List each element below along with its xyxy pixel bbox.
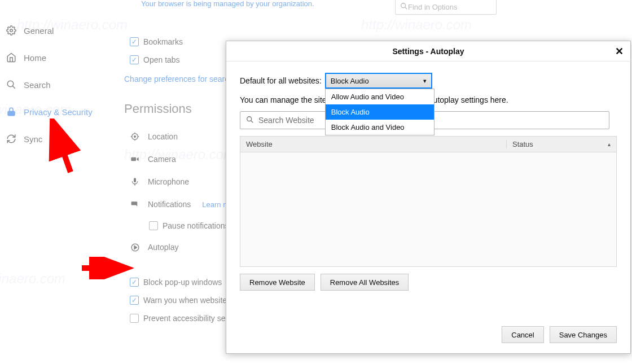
notifications-icon: [130, 199, 140, 209]
watermark: http://winaero.com: [0, 271, 65, 287]
cancel-button[interactable]: Cancel: [502, 326, 543, 343]
checkbox-unchecked-icon[interactable]: ✓: [149, 221, 158, 230]
find-in-options-input[interactable]: Find in Options: [395, 0, 497, 15]
home-icon: [6, 52, 17, 63]
gear-icon: [6, 25, 17, 36]
select-value: Block Audio: [331, 77, 369, 85]
checkbox-checked-icon[interactable]: ✓: [130, 37, 139, 46]
svg-rect-5: [8, 111, 15, 116]
autoplay-label: Autoplay: [148, 243, 178, 252]
bookmarks-label: Bookmarks: [143, 37, 183, 46]
autoplay-settings-modal: Settings - Autoplay ✕ Default for all we…: [226, 41, 631, 354]
dropdown-item-block-av[interactable]: Block Audio and Video: [326, 120, 434, 135]
sidebar-item-label: Sync: [24, 134, 42, 144]
svg-point-3: [7, 81, 14, 87]
svg-point-7: [134, 136, 136, 138]
sidebar: General Home Search Privacy & Security S…: [0, 17, 113, 152]
camera-label: Camera: [148, 155, 176, 164]
remove-website-button[interactable]: Remove Website: [240, 274, 315, 291]
save-changes-button[interactable]: Save Changes: [550, 326, 617, 343]
checkbox-checked-icon[interactable]: ✓: [130, 278, 139, 287]
managed-message: Your browser is being managed by your or…: [141, 0, 314, 8]
search-placeholder: Search Website: [258, 116, 314, 125]
th-status-label: Status: [512, 140, 533, 148]
manage-sites-text: You can manage the sites: [240, 95, 331, 104]
lock-icon: [6, 106, 17, 117]
svg-point-18: [247, 116, 252, 121]
th-status[interactable]: Status ▴: [506, 140, 616, 148]
search-icon: [400, 2, 408, 12]
modal-title: Settings - Autoplay: [392, 47, 464, 56]
open-tabs-label: Open tabs: [143, 55, 180, 64]
sidebar-item-label: General: [24, 26, 54, 36]
default-for-all-label: Default for all websites:: [240, 76, 322, 85]
notifications-label: Notifications: [148, 200, 191, 209]
svg-line-1: [405, 7, 407, 9]
svg-marker-17: [134, 245, 137, 249]
sidebar-item-label: Home: [24, 53, 46, 63]
svg-rect-14: [134, 178, 136, 182]
sidebar-item-search[interactable]: Search: [0, 71, 113, 98]
manage-sites-text-after: utoplay settings here.: [433, 95, 508, 104]
svg-rect-12: [131, 157, 136, 161]
camera-icon: [130, 154, 140, 164]
remove-all-websites-button[interactable]: Remove All Websites: [321, 274, 409, 291]
block-popup-label: Block pop-up windows: [143, 278, 222, 287]
dropdown-item-allow[interactable]: Allow Audio and Video: [326, 89, 434, 104]
checkbox-unchecked-icon[interactable]: ✓: [130, 314, 139, 323]
svg-line-19: [251, 120, 253, 122]
dropdown-item-block-audio[interactable]: Block Audio: [326, 104, 434, 120]
sync-icon: [6, 133, 17, 144]
default-autoplay-dropdown: Allow Audio and Video Block Audio Block …: [325, 89, 434, 135]
microphone-icon: [130, 177, 140, 187]
checkbox-checked-icon[interactable]: ✓: [130, 55, 139, 64]
svg-point-0: [401, 3, 406, 7]
svg-line-4: [12, 86, 15, 89]
autoplay-icon: [130, 242, 140, 252]
location-label: Location: [148, 132, 178, 141]
sort-ascending-icon: ▴: [608, 141, 611, 147]
svg-marker-13: [137, 157, 138, 161]
search-icon: [6, 79, 17, 90]
default-autoplay-select[interactable]: Block Audio ▾ Allow Audio and Video Bloc…: [325, 73, 432, 89]
chevron-down-icon: ▾: [423, 77, 427, 85]
th-website[interactable]: Website: [240, 140, 506, 148]
website-table: Website Status ▴: [240, 136, 617, 267]
microphone-label: Microphone: [148, 177, 189, 186]
table-body-empty: [240, 152, 616, 266]
sidebar-item-label: Search: [24, 80, 51, 90]
sidebar-item-label: Privacy & Security: [24, 107, 93, 117]
search-icon: [246, 116, 254, 125]
find-placeholder: Find in Options: [408, 3, 457, 11]
sidebar-item-privacy-security[interactable]: Privacy & Security: [0, 98, 113, 125]
close-icon[interactable]: ✕: [612, 45, 626, 58]
sidebar-item-sync[interactable]: Sync: [0, 125, 113, 152]
sidebar-item-general[interactable]: General: [0, 17, 113, 44]
checkbox-checked-icon[interactable]: ✓: [130, 296, 139, 305]
sidebar-item-home[interactable]: Home: [0, 44, 113, 71]
svg-point-2: [10, 29, 13, 32]
location-icon: [130, 131, 140, 142]
